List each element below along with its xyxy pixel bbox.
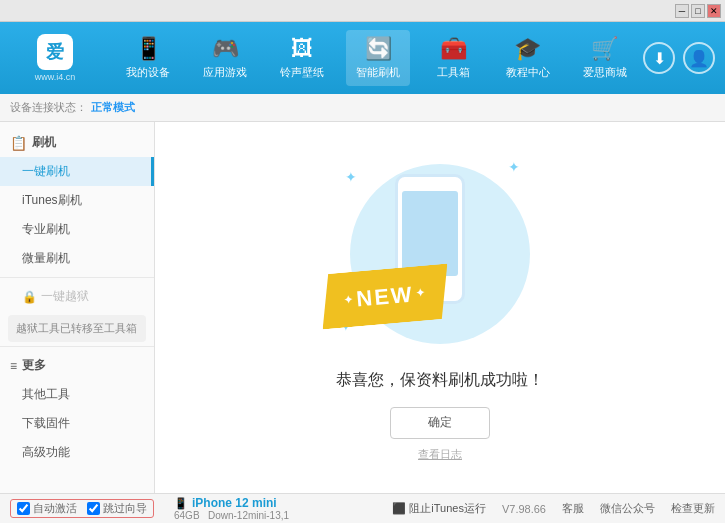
- smart-flash-icon: 🔄: [365, 36, 392, 62]
- stop-itunes-label: 阻止iTunes运行: [409, 501, 486, 516]
- nav-mall[interactable]: 🛒 爱思商城: [573, 30, 637, 86]
- skip-wizard-label: 跳过向导: [103, 501, 147, 516]
- stop-itunes-icon: ⬛: [392, 502, 406, 515]
- device-storage: 64GB: [174, 510, 200, 521]
- device-info: 📱 iPhone 12 mini 64GB Down-12mini-13,1: [174, 496, 289, 521]
- version-label: V7.98.66: [502, 503, 546, 515]
- status-value: 正常模式: [91, 100, 135, 115]
- sidebar-jailbreak-disabled: 🔒 一键越狱: [0, 282, 154, 311]
- device-name: iPhone 12 mini: [192, 496, 277, 510]
- top-nav: 爱 www.i4.cn 📱 我的设备 🎮 应用游戏 🖼 铃声壁纸 🔄 智能刷机 …: [0, 22, 725, 94]
- wallpaper-icon: 🖼: [291, 36, 313, 62]
- auto-start-checkbox-label[interactable]: 自动激活: [17, 501, 77, 516]
- more-icon: ≡: [10, 359, 17, 373]
- sidebar-item-download-firmware[interactable]: 下载固件: [0, 409, 154, 438]
- download-button[interactable]: ⬇: [643, 42, 675, 74]
- sidebar-section-more: ≡ 更多: [0, 351, 154, 380]
- nav-smart-flash[interactable]: 🔄 智能刷机: [346, 30, 410, 86]
- jailbreak-label: 一键越狱: [41, 288, 89, 305]
- my-device-icon: 📱: [135, 36, 162, 62]
- mall-icon: 🛒: [591, 36, 618, 62]
- wechat-link[interactable]: 微信公众号: [600, 501, 655, 516]
- nav-toolbox[interactable]: 🧰 工具箱: [423, 30, 483, 86]
- nav-wallpaper[interactable]: 🖼 铃声壁纸: [270, 30, 334, 86]
- tutorial-icon: 🎓: [514, 36, 541, 62]
- skip-wizard-checkbox-label[interactable]: 跳过向导: [87, 501, 147, 516]
- checkbox-highlight-box: 自动激活 跳过向导: [10, 499, 154, 518]
- more-title-label: 更多: [22, 357, 46, 374]
- status-bar: 设备连接状态： 正常模式: [0, 94, 725, 122]
- nav-items: 📱 我的设备 🎮 应用游戏 🖼 铃声壁纸 🔄 智能刷机 🧰 工具箱 🎓 教程中心…: [110, 30, 643, 86]
- sparkle-1: ✦: [345, 169, 357, 185]
- sparkle-2: ✦: [508, 159, 520, 175]
- my-device-label: 我的设备: [126, 65, 170, 80]
- device-model: Down-12mini-13,1: [208, 510, 289, 521]
- main-area: 📋 刷机 一键刷机 iTunes刷机 专业刷机 微量刷机 🔒 一键越狱 越狱工具…: [0, 122, 725, 493]
- new-banner: ✦ NEW ✦: [318, 263, 452, 329]
- logo-icon: 爱: [37, 34, 73, 70]
- nav-app-game[interactable]: 🎮 应用游戏: [193, 30, 257, 86]
- jailbreak-note: 越狱工具已转移至工具箱: [8, 315, 146, 342]
- app-game-label: 应用游戏: [203, 65, 247, 80]
- minimize-button[interactable]: ─: [675, 4, 689, 18]
- toolbox-icon: 🧰: [440, 36, 467, 62]
- nav-right-buttons: ⬇ 👤: [643, 42, 715, 74]
- new-banner-text: NEW: [355, 281, 414, 312]
- customer-service-link[interactable]: 客服: [562, 501, 584, 516]
- check-update-link[interactable]: 检查更新: [671, 501, 715, 516]
- sidebar-divider-1: [0, 277, 154, 278]
- smart-flash-label: 智能刷机: [356, 65, 400, 80]
- bottom-right: ⬛ 阻止iTunes运行 V7.98.66 客服 微信公众号 检查更新: [392, 501, 715, 516]
- mall-label: 爱思商城: [583, 65, 627, 80]
- sidebar-section-flash: 📋 刷机: [0, 128, 154, 157]
- success-area: ✦ ✦ ✦ ✦ NEW ✦ 恭喜您，保资料刷机成功啦！ 确定 查看日志: [330, 154, 550, 462]
- flash-section-title: 刷机: [32, 134, 56, 151]
- logo-char: 爱: [46, 40, 64, 64]
- app-game-icon: 🎮: [212, 36, 239, 62]
- content-area: ✦ ✦ ✦ ✦ NEW ✦ 恭喜您，保资料刷机成功啦！ 确定 查看日志: [155, 122, 725, 493]
- tutorial-label: 教程中心: [506, 65, 550, 80]
- sidebar-item-advanced[interactable]: 高级功能: [0, 438, 154, 467]
- sidebar: 📋 刷机 一键刷机 iTunes刷机 专业刷机 微量刷机 🔒 一键越狱 越狱工具…: [0, 122, 155, 493]
- flash-section-icon: 📋: [10, 135, 27, 151]
- phone-icon: 📱: [174, 497, 188, 510]
- secondary-link[interactable]: 查看日志: [418, 447, 462, 462]
- bottom-bar: 自动激活 跳过向导 📱 iPhone 12 mini 64GB Down-12m…: [0, 493, 725, 523]
- logo-text: www.i4.cn: [35, 72, 76, 82]
- auto-start-checkbox[interactable]: [17, 502, 30, 515]
- sidebar-item-one-key-flash[interactable]: 一键刷机: [0, 157, 154, 186]
- maximize-button[interactable]: □: [691, 4, 705, 18]
- nav-my-device[interactable]: 📱 我的设备: [116, 30, 180, 86]
- confirm-button[interactable]: 确定: [390, 407, 490, 439]
- sidebar-item-micro-flash[interactable]: 微量刷机: [0, 244, 154, 273]
- skip-wizard-checkbox[interactable]: [87, 502, 100, 515]
- lock-icon: 🔒: [22, 290, 37, 304]
- phone-screen: [402, 191, 458, 276]
- stop-itunes-button[interactable]: ⬛ 阻止iTunes运行: [392, 501, 486, 516]
- auto-start-label: 自动激活: [33, 501, 77, 516]
- sidebar-divider-2: [0, 346, 154, 347]
- close-button[interactable]: ✕: [707, 4, 721, 18]
- bottom-left: 自动激活 跳过向导 📱 iPhone 12 mini 64GB Down-12m…: [10, 496, 289, 521]
- new-banner-stars-left: ✦: [343, 292, 355, 306]
- phone-illustration: ✦ ✦ ✦ ✦ NEW ✦: [330, 154, 550, 354]
- sidebar-item-itunes-flash[interactable]: iTunes刷机: [0, 186, 154, 215]
- window-controls[interactable]: ─ □ ✕: [675, 4, 721, 18]
- user-button[interactable]: 👤: [683, 42, 715, 74]
- title-bar: ─ □ ✕: [0, 0, 725, 22]
- sidebar-item-other-tools[interactable]: 其他工具: [0, 380, 154, 409]
- logo: 爱 www.i4.cn: [10, 28, 100, 88]
- new-banner-stars-right: ✦: [415, 286, 427, 300]
- success-title: 恭喜您，保资料刷机成功啦！: [336, 370, 544, 391]
- device-details: 64GB Down-12mini-13,1: [174, 510, 289, 521]
- toolbox-label: 工具箱: [437, 65, 470, 80]
- nav-tutorial[interactable]: 🎓 教程中心: [496, 30, 560, 86]
- status-label: 设备连接状态：: [10, 100, 87, 115]
- sidebar-item-pro-flash[interactable]: 专业刷机: [0, 215, 154, 244]
- wallpaper-label: 铃声壁纸: [280, 65, 324, 80]
